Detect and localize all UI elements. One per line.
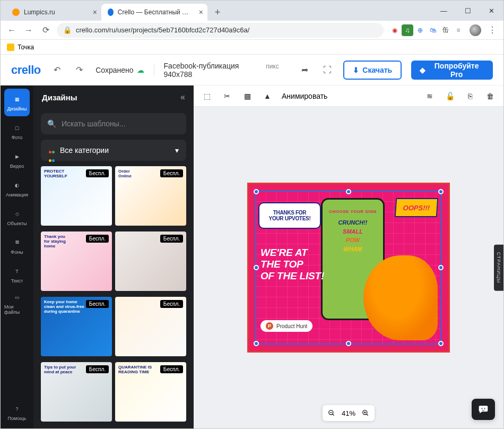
template-item[interactable]: Беспл. <box>115 231 186 291</box>
close-icon[interactable]: × <box>199 8 203 16</box>
redo-button[interactable]: ↷ <box>73 63 86 77</box>
cloud-check-icon: ☁ <box>137 66 144 74</box>
forward-button[interactable]: → <box>23 24 34 36</box>
template-item[interactable]: Беспл.Order Online <box>115 166 186 226</box>
try-pro-button[interactable]: ◆ Попробуйте Pro <box>411 61 493 80</box>
extension-icon[interactable]: ◉ <box>389 24 401 36</box>
resize-button[interactable]: ⛶ <box>321 63 334 77</box>
template-item[interactable]: Беспл.Keep your home clean and virus-fre… <box>41 297 112 356</box>
zoom-level[interactable]: 41% <box>342 409 355 417</box>
oops-bubble[interactable]: OOPS!!! <box>395 198 439 217</box>
template-item[interactable]: Беспл.Tips to put your mind at peace <box>41 362 112 422</box>
transparency-button[interactable]: ▩ <box>241 90 253 102</box>
rail-item-help[interactable]: ?Помощь <box>4 401 30 428</box>
rail-item-objects[interactable]: ◇Объекты <box>4 203 30 231</box>
minimize-button[interactable]: — <box>432 1 456 21</box>
separator <box>154 64 154 76</box>
extension-icon[interactable]: 🛍 <box>427 24 439 36</box>
flip-button[interactable]: ▲ <box>262 90 273 102</box>
free-badge: Беспл. <box>160 235 183 243</box>
close-button[interactable]: ✕ <box>480 1 503 21</box>
template-item[interactable]: Беспл. <box>115 297 186 356</box>
menu-button[interactable]: ⋮ <box>486 24 498 36</box>
bookmark-folder-icon <box>7 44 14 51</box>
category-dropdown[interactable]: Все категории ▾ <box>41 140 186 161</box>
grid-icon: ▦ <box>12 94 22 105</box>
rail-item-backgrounds[interactable]: 〓Фоны <box>4 232 30 260</box>
lock-button[interactable]: 🔓 <box>444 90 456 102</box>
undo-button[interactable]: ↶ <box>50 63 64 77</box>
template-label: QUARANTINE IS READING TIME <box>118 365 152 375</box>
free-badge: Беспл. <box>86 365 109 373</box>
rail-item-photo[interactable]: ▢Фото <box>4 117 30 145</box>
svg-point-7 <box>482 408 483 409</box>
browser-tab-active[interactable]: Crello — Бесплатный инструмен × <box>101 4 207 21</box>
extension-icon[interactable]: ≡ <box>453 24 464 36</box>
zoom-control: 41% <box>323 405 375 421</box>
download-button[interactable]: ⬇ Скачать <box>343 61 402 80</box>
maximize-button[interactable]: ☐ <box>456 1 480 21</box>
template-label: PROTECT YOURSELF <box>44 169 67 179</box>
headline-text[interactable]: WE'RE AT THE TOP OF THE LIST! <box>260 247 324 282</box>
artboard[interactable]: THANKS FOR YOUR UPVOTES! OOPS!!! CHOOSE … <box>248 183 449 352</box>
layers-button[interactable]: ≋ <box>424 90 436 102</box>
template-item[interactable]: Беспл.QUARANTINE IS READING TIME <box>115 362 186 422</box>
cat-graphic[interactable] <box>363 255 438 340</box>
photo-icon: ▢ <box>12 123 22 133</box>
url-input[interactable]: 🔒 crello.com/ru/user/projects/5eb7160bfc… <box>57 23 384 38</box>
logo[interactable]: crello <box>11 63 41 77</box>
svg-line-1 <box>333 414 334 416</box>
tab-title: Crello — Бесплатный инструмен <box>118 8 192 16</box>
browser-tab[interactable]: Lumpics.ru × <box>6 4 101 21</box>
template-item[interactable]: Беспл.Thank you for staying home <box>41 231 112 291</box>
template-grid: Беспл.PROTECT YOURSELFБеспл.Order Online… <box>41 166 186 424</box>
bookmarks-bar: Точка <box>1 40 503 55</box>
profile-avatar[interactable] <box>470 24 481 36</box>
new-tab-button[interactable]: + <box>211 5 224 19</box>
template-label: Thank you for staying home <box>44 235 66 248</box>
document-name[interactable]: Facebook-публикация 940x788 пикс <box>164 62 279 79</box>
svg-line-4 <box>367 414 368 416</box>
free-badge: Беспл. <box>160 365 183 373</box>
rail-item-animation[interactable]: ◐Анимация <box>4 175 30 202</box>
reload-button[interactable]: ⟳ <box>40 24 51 36</box>
pages-tab[interactable]: СТРАНИЦЫ <box>494 245 503 291</box>
aspect-button[interactable]: ⬚ <box>201 90 213 102</box>
free-badge: Беспл. <box>86 300 109 308</box>
copy-button[interactable]: ⎘ <box>464 90 476 102</box>
rail-item-designs[interactable]: ▦Дизайны <box>4 89 30 116</box>
rail-item-video[interactable]: ▶Видео <box>4 146 30 174</box>
crop-button[interactable]: ✂ <box>221 90 233 102</box>
rail-item-text[interactable]: TТекст <box>4 261 30 288</box>
chat-button[interactable] <box>472 399 495 420</box>
free-badge: Беспл. <box>160 169 183 177</box>
extension-icon[interactable]: ⊕ <box>414 24 426 36</box>
template-item[interactable]: Беспл.PROTECT YOURSELF <box>41 166 112 226</box>
share-button[interactable]: ➦ <box>298 63 311 77</box>
speech-bubble[interactable]: THANKS FOR YOUR UPVOTES! <box>258 202 321 229</box>
rail-item-myfiles[interactable]: ▭Мои файлы <box>4 289 30 317</box>
search-input[interactable]: 🔍 Искать шаблоны... <box>41 113 186 134</box>
objects-icon: ◇ <box>12 209 22 219</box>
favicon-icon <box>108 8 114 16</box>
extension-icon[interactable]: ♫ <box>402 24 413 36</box>
app-header: crello ↶ ↷ Сохранено ☁ Facebook-публикац… <box>1 55 503 85</box>
collapse-button[interactable]: « <box>180 92 185 102</box>
chevron-down-icon: ▾ <box>175 146 179 155</box>
panel-header: Дизайны « <box>33 85 194 109</box>
backgrounds-icon: 〓 <box>12 237 22 248</box>
back-button[interactable]: ← <box>6 24 18 36</box>
product-hunt-badge[interactable]: P Product Hunt <box>260 320 312 332</box>
bookmark-item[interactable]: Точка <box>18 44 34 51</box>
address-bar: ← → ⟳ 🔒 crello.com/ru/user/projects/5eb7… <box>1 21 503 40</box>
close-icon[interactable]: × <box>93 8 97 16</box>
zoom-in-button[interactable] <box>362 409 369 417</box>
delete-button[interactable]: 🗑 <box>484 90 496 102</box>
extension-icon[interactable]: 缶 <box>440 24 451 36</box>
canvas-viewport[interactable]: THANKS FOR YOUR UPVOTES! OOPS!!! CHOOSE … <box>194 107 503 428</box>
search-placeholder: Искать шаблоны... <box>62 119 126 128</box>
zoom-out-button[interactable] <box>328 409 335 417</box>
canvas-area: ⬚ ✂ ▩ ▲ Анимировать ≋ 🔓 ⎘ 🗑 THANKS FOR Y… <box>194 85 503 428</box>
animate-button[interactable]: Анимировать <box>282 92 327 100</box>
download-icon: ⬇ <box>353 66 359 74</box>
